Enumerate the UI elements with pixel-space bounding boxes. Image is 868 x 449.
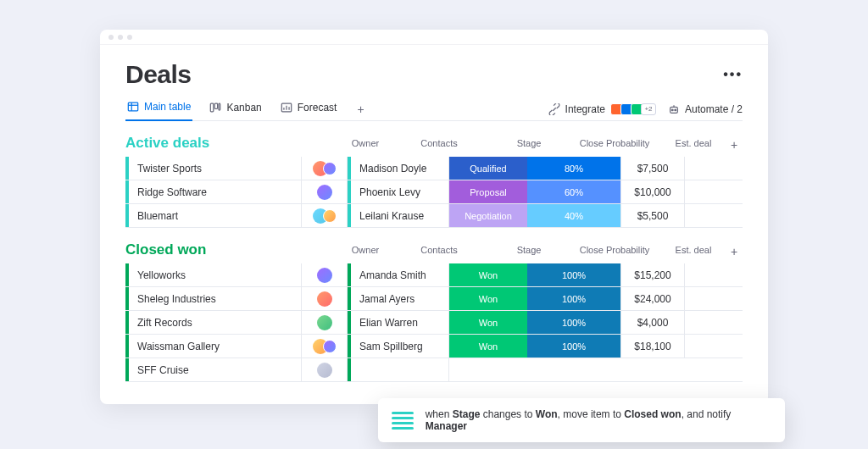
table-row[interactable]: BluemartLeilani KrauseNegotiation40%$5,5…: [125, 204, 743, 228]
contact-cell[interactable]: Sam Spillberg: [348, 335, 449, 358]
contact-name: Madison Doyle: [359, 163, 426, 175]
deal-name[interactable]: Sheleg Industries: [129, 287, 302, 310]
integrate-button[interactable]: Integrate +2: [548, 103, 656, 115]
contact-cell[interactable]: Madison Doyle: [348, 157, 449, 180]
probability-cell[interactable]: 60%: [527, 180, 620, 203]
svg-point-13: [675, 109, 676, 111]
table-row[interactable]: Twister SportsMadison DoyleQualified80%$…: [125, 157, 743, 180]
probability-cell[interactable]: 40%: [527, 204, 620, 227]
tab-kanban[interactable]: Kanban: [208, 98, 263, 120]
probability-cell[interactable]: 100%: [527, 335, 620, 358]
tab-label: Forecast: [298, 102, 337, 114]
stage-cell[interactable]: Won: [449, 311, 527, 334]
contact-cell[interactable]: Phoenix Levy: [348, 180, 449, 203]
row-trailing-cell: [685, 157, 702, 180]
contact-name: Phoenix Levy: [359, 186, 420, 198]
est-deal-cell[interactable]: $15,200: [620, 263, 685, 286]
group-color-bar: [348, 157, 351, 180]
column-header-est[interactable]: Est. deal: [661, 138, 726, 152]
contact-cell[interactable]: Elian Warren: [348, 311, 449, 334]
contact-name: Leilani Krause: [359, 210, 424, 222]
column-header-owner[interactable]: Owner: [342, 138, 388, 152]
stage-cell[interactable]: Qualified: [449, 157, 527, 180]
owner-cell[interactable]: [302, 311, 348, 334]
avatar: [317, 291, 332, 307]
owner-cell[interactable]: [302, 204, 348, 227]
group-color-bar: [348, 287, 351, 310]
est-deal-cell[interactable]: $5,500: [620, 204, 685, 227]
svg-rect-4: [215, 103, 219, 108]
owner-cell[interactable]: [302, 263, 348, 286]
table-row[interactable]: YelloworksAmanda SmithWon100%$15,200: [125, 263, 743, 287]
column-header-contacts[interactable]: Contacts: [388, 138, 490, 152]
avatar: [317, 363, 332, 378]
group-color-bar: [348, 204, 351, 227]
tab-label: Main table: [144, 101, 191, 113]
est-deal-cell[interactable]: $18,100: [620, 335, 685, 358]
column-header-stage[interactable]: Stage: [490, 245, 568, 258]
deal-name[interactable]: SFF Cruise: [129, 358, 302, 381]
stage-cell[interactable]: Negotiation: [449, 204, 527, 227]
owner-cell[interactable]: [302, 180, 348, 203]
column-header-prob[interactable]: Close Probability: [568, 138, 661, 152]
contact-cell[interactable]: Leilani Krause: [348, 204, 449, 227]
est-deal-cell[interactable]: $10,000: [620, 180, 685, 203]
group-title[interactable]: Closed won: [125, 241, 206, 258]
column-header-owner[interactable]: Owner: [342, 245, 388, 258]
stage-cell[interactable]: Won: [449, 335, 527, 358]
column-header-contacts[interactable]: Contacts: [388, 245, 490, 258]
group-color-bar: [348, 180, 351, 203]
deal-name[interactable]: Ridge Software: [129, 180, 302, 203]
column-header-est[interactable]: Est. deal: [661, 245, 726, 258]
stage-cell[interactable]: Proposal: [449, 180, 527, 203]
plug-icon: [548, 103, 560, 115]
deal-name[interactable]: Twister Sports: [129, 157, 302, 180]
avatar: [317, 315, 332, 330]
avatar: [317, 185, 332, 200]
add-column-button[interactable]: +: [726, 245, 743, 258]
owner-cell[interactable]: [302, 335, 348, 358]
owner-cell[interactable]: [302, 157, 348, 180]
deal-name[interactable]: Waissman Gallery: [129, 335, 302, 358]
contact-name: Sam Spillberg: [359, 341, 423, 352]
add-column-button[interactable]: +: [726, 138, 743, 152]
tab-main-table[interactable]: Main table: [125, 97, 192, 121]
row-trailing-cell: [685, 180, 702, 203]
stage-cell[interactable]: Won: [449, 287, 527, 310]
stage-cell[interactable]: Won: [449, 263, 527, 286]
owner-cell[interactable]: [302, 358, 348, 381]
group-active: Active dealsOwnerContactsStageClose Prob…: [125, 135, 743, 228]
table-row[interactable]: Zift RecordsElian WarrenWon100%$4,000: [125, 311, 743, 335]
probability-cell[interactable]: 100%: [527, 263, 620, 286]
contact-cell[interactable]: Amanda Smith: [348, 263, 449, 286]
avatar: [323, 340, 337, 353]
contact-cell[interactable]: Jamal Ayers: [348, 287, 449, 310]
more-options-icon[interactable]: •••: [723, 67, 743, 82]
est-deal-cell[interactable]: $24,000: [620, 287, 685, 310]
contact-cell[interactable]: [348, 358, 449, 381]
est-deal-cell[interactable]: $4,000: [620, 311, 685, 334]
add-view-button[interactable]: +: [353, 103, 367, 116]
column-header-stage[interactable]: Stage: [490, 138, 568, 152]
owner-cell[interactable]: [302, 287, 348, 310]
row-trailing-cell: [685, 311, 702, 334]
probability-cell[interactable]: 100%: [527, 311, 620, 334]
row-trailing-cell: [685, 263, 702, 286]
est-deal-cell[interactable]: $7,500: [620, 157, 685, 180]
table-row[interactable]: Sheleg IndustriesJamal AyersWon100%$24,0…: [125, 287, 743, 311]
column-header-prob[interactable]: Close Probability: [568, 245, 661, 258]
automate-button[interactable]: Automate / 2: [668, 103, 743, 115]
table-row[interactable]: Ridge SoftwarePhoenix LevyProposal60%$10…: [125, 180, 743, 204]
deal-name[interactable]: Zift Records: [129, 311, 302, 334]
deal-name[interactable]: Bluemart: [129, 204, 302, 227]
table-row[interactable]: SFF Cruise: [125, 358, 743, 382]
deal-name[interactable]: Yelloworks: [129, 263, 302, 286]
group-title[interactable]: Active deals: [125, 135, 209, 152]
probability-cell[interactable]: 80%: [527, 157, 620, 180]
window-controls: [100, 30, 768, 45]
tab-forecast[interactable]: Forecast: [279, 98, 339, 120]
group-color-bar: [348, 263, 351, 286]
probability-cell[interactable]: 100%: [527, 287, 620, 310]
automation-recipe-popup[interactable]: when Stage changes to Won, move item to …: [378, 398, 785, 442]
table-row[interactable]: Waissman GallerySam SpillbergWon100%$18,…: [125, 335, 743, 358]
